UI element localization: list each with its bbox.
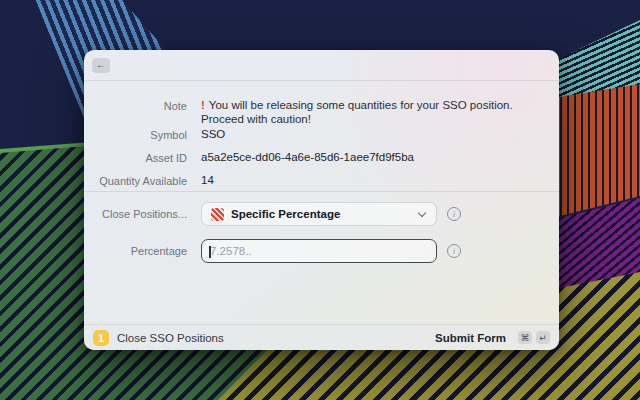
desktop: ← Note !You will be releasing some quant… xyxy=(0,0,640,400)
close-positions-info-icon[interactable]: i xyxy=(447,207,461,221)
close-positions-dropdown[interactable]: Specific Percentage xyxy=(201,202,437,226)
percentage-label: Percentage xyxy=(84,245,187,257)
symbol-value: SSO xyxy=(201,128,225,140)
red-striped-percentage-icon xyxy=(211,208,224,221)
footer-title: Close SSO Positions xyxy=(117,332,224,344)
close-positions-label: Close Positions... xyxy=(84,208,187,220)
back-arrow-icon: ← xyxy=(96,60,106,70)
asset-id-label: Asset ID xyxy=(84,151,187,164)
note-value: !You will be releasing some quantities f… xyxy=(201,99,523,126)
asset-id-value: a5a2e5ce-dd06-4a6e-85d6-1aee7fd9f5ba xyxy=(201,151,414,163)
percentage-row: Percentage i xyxy=(84,239,559,263)
text-cursor xyxy=(209,246,211,258)
extension-icon: 1 xyxy=(93,330,109,346)
close-positions-row: Close Positions... Specific Percentage i xyxy=(84,202,559,226)
asset-id-row: Asset ID a5a2e5ce-dd06-4a6e-85d6-1aee7fd… xyxy=(84,151,559,164)
note-label: Note xyxy=(84,99,187,112)
extension-icon-glyph: 1 xyxy=(98,332,104,344)
selected-option-label: Specific Percentage xyxy=(231,208,419,220)
return-key-icon: ↵ xyxy=(536,331,550,344)
submit-form-label: Submit Form xyxy=(435,332,506,344)
quantity-label: Quantity Available xyxy=(84,174,187,187)
window-header: ← xyxy=(84,50,559,81)
symbol-label: Symbol xyxy=(84,128,187,141)
warning-exclamation-icon: ! xyxy=(201,99,205,111)
back-button[interactable]: ← xyxy=(92,58,110,73)
chevron-down-icon xyxy=(418,208,426,216)
symbol-row: Symbol SSO xyxy=(84,128,559,141)
percentage-info-icon[interactable]: i xyxy=(447,244,461,258)
quantity-value: 14 xyxy=(201,174,214,186)
window-footer: 1 Close SSO Positions Submit Form ⌘ ↵ xyxy=(84,324,559,350)
section-divider xyxy=(84,191,559,192)
form-window: ← Note !You will be releasing some quant… xyxy=(84,50,559,350)
percentage-field-wrap xyxy=(201,239,437,263)
command-key-icon: ⌘ xyxy=(518,331,532,344)
quantity-row: Quantity Available 14 xyxy=(84,174,559,187)
note-text: You will be releasing some quantities fo… xyxy=(201,99,513,125)
note-row: Note !You will be releasing some quantit… xyxy=(84,99,559,126)
submit-form-action[interactable]: Submit Form ⌘ ↵ xyxy=(435,331,550,344)
percentage-input[interactable] xyxy=(202,240,436,262)
